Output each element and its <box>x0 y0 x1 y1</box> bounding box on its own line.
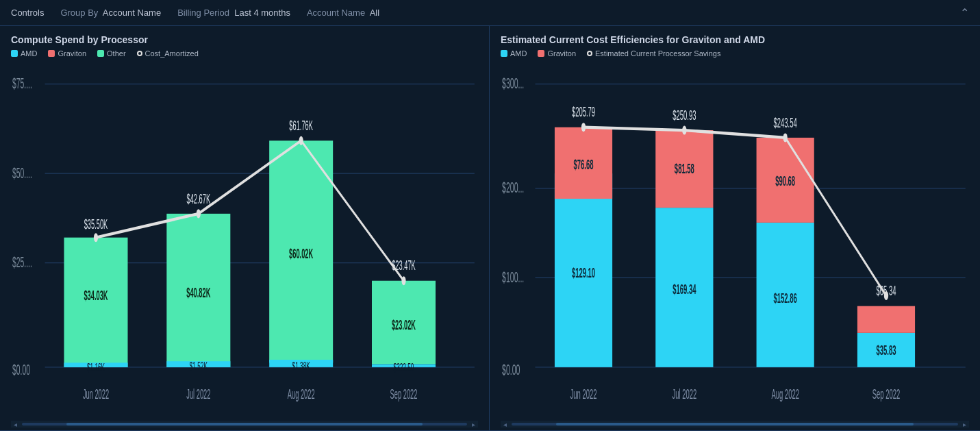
svg-text:$152.86: $152.86 <box>774 291 797 306</box>
right-line-dot-aug <box>783 133 788 142</box>
svg-text:$1.16K: $1.16K <box>87 361 105 374</box>
line-dot-jul <box>197 209 201 218</box>
svg-text:$35.50K: $35.50K <box>84 217 108 232</box>
svg-text:$100...: $100... <box>502 269 524 286</box>
right-line-dot-jul <box>682 126 686 135</box>
svg-text:$90.68: $90.68 <box>775 173 795 188</box>
left-chart-legend: AMD Graviton Other Cost_Amortized <box>11 49 478 58</box>
billing-period-item: Billing Period Last 4 months <box>177 8 290 18</box>
svg-text:$25....: $25.... <box>12 254 32 271</box>
right-legend-savings: Estimated Current Processor Savings <box>587 49 720 58</box>
right-line-chart <box>583 127 886 296</box>
svg-text:Aug 2022: Aug 2022 <box>771 386 799 402</box>
svg-text:$322.50: $322.50 <box>394 361 414 374</box>
right-legend-amd: AMD <box>501 49 527 58</box>
svg-text:Jul 2022: Jul 2022 <box>672 386 696 402</box>
svg-text:Aug 2022: Aug 2022 <box>288 386 315 402</box>
legend-other: Other <box>97 49 126 58</box>
right-graviton-dot <box>538 50 544 57</box>
other-dot <box>97 50 104 57</box>
account-name-value: All <box>370 8 379 18</box>
controls-label: Controls <box>11 8 44 18</box>
svg-text:$35.83: $35.83 <box>877 343 896 358</box>
svg-text:$169.34: $169.34 <box>673 282 696 297</box>
svg-text:Jun 2022: Jun 2022 <box>83 386 109 402</box>
legend-cost-amortized: Cost_Amortized <box>137 49 199 58</box>
left-chart-section: Compute Spend by Processor AMD Graviton … <box>0 26 489 431</box>
right-savings-circle <box>587 51 592 56</box>
right-amd-label: AMD <box>510 49 527 58</box>
other-label: Other <box>107 49 126 58</box>
left-panel: Compute Spend by Processor AMD Graviton … <box>0 26 490 431</box>
controls-bar: Controls Group By Account Name Billing P… <box>0 0 980 26</box>
amd-label: AMD <box>21 49 37 58</box>
svg-text:$1.52K: $1.52K <box>190 360 208 373</box>
svg-text:Jul 2022: Jul 2022 <box>186 386 210 402</box>
chevron-up-icon[interactable]: ⌃ <box>960 6 969 19</box>
right-chart-section: Estimated Current Cost Efficiencies for … <box>490 26 980 431</box>
amd-dot <box>11 50 18 57</box>
legend-graviton: Graviton <box>48 49 86 58</box>
line-dot-aug <box>299 136 303 145</box>
group-by-item: Group By Account Name <box>60 8 161 18</box>
right-line-dot-jun <box>581 123 586 132</box>
svg-text:$205.79: $205.79 <box>572 105 595 120</box>
svg-text:$300...: $300... <box>502 75 524 92</box>
svg-text:$75....: $75.... <box>12 75 32 92</box>
right-line-dot-sep <box>884 291 888 300</box>
graviton-dot <box>48 50 55 57</box>
svg-text:$42.67K: $42.67K <box>187 191 211 206</box>
svg-text:Jun 2022: Jun 2022 <box>570 386 597 402</box>
right-chart-svg: $300... $200... $100... $0.00 $129.10 <box>501 62 969 419</box>
billing-period-value: Last 4 months <box>234 8 290 18</box>
cost-amortized-circle <box>137 51 142 56</box>
right-chart-title: Estimated Current Cost Efficiencies for … <box>501 34 969 45</box>
right-amd-dot <box>501 50 507 57</box>
svg-text:Sep 2022: Sep 2022 <box>872 386 901 402</box>
right-chart-area: $300... $200... $100... $0.00 $129.10 <box>501 62 969 419</box>
svg-text:$0.00: $0.00 <box>12 362 30 378</box>
group-by-key: Group By <box>60 8 98 18</box>
line-dot-jun <box>94 233 98 242</box>
legend-amd: AMD <box>11 49 37 58</box>
right-graviton-label: Graviton <box>547 49 576 58</box>
svg-text:$129.10: $129.10 <box>572 266 595 281</box>
right-legend-graviton: Graviton <box>538 49 576 58</box>
graviton-label: Graviton <box>58 49 86 58</box>
svg-text:$1.38K: $1.38K <box>292 360 310 373</box>
left-line-chart <box>96 140 404 280</box>
svg-text:$60.02K: $60.02K <box>289 246 313 261</box>
right-savings-label: Estimated Current Processor Savings <box>595 49 720 58</box>
svg-text:$40.82K: $40.82K <box>186 285 210 300</box>
right-bar-sep-graviton <box>857 306 915 333</box>
svg-text:$250.93: $250.93 <box>673 108 696 123</box>
group-by-value: Account Name <box>103 8 161 18</box>
svg-text:Sep 2022: Sep 2022 <box>390 386 418 402</box>
svg-text:$50....: $50.... <box>12 164 32 181</box>
svg-text:$76.68: $76.68 <box>574 157 594 172</box>
svg-text:$0.00: $0.00 <box>502 362 520 378</box>
main-content: Compute Spend by Processor AMD Graviton … <box>0 26 980 431</box>
right-panel: Estimated Current Cost Efficiencies for … <box>490 26 980 431</box>
svg-text:$34.03K: $34.03K <box>84 288 108 303</box>
svg-text:$200...: $200... <box>502 180 524 196</box>
svg-text:$23.02K: $23.02K <box>392 318 416 333</box>
account-name-item: Account Name All <box>307 8 379 18</box>
svg-text:$81.58: $81.58 <box>675 161 694 176</box>
left-chart-title: Compute Spend by Processor <box>11 34 478 45</box>
left-chart-svg: $75.... $50.... $25.... $0.00 <box>11 62 478 419</box>
svg-text:$243.54: $243.54 <box>774 115 797 130</box>
left-chart-area: $75.... $50.... $25.... $0.00 <box>11 62 478 419</box>
billing-period-key: Billing Period <box>177 8 229 18</box>
cost-amortized-label: Cost_Amortized <box>145 49 199 58</box>
line-dot-sep <box>401 276 405 285</box>
account-name-key: Account Name <box>307 8 365 18</box>
right-chart-legend: AMD Graviton Estimated Current Processor… <box>501 49 969 58</box>
svg-text:$61.76K: $61.76K <box>289 118 313 133</box>
